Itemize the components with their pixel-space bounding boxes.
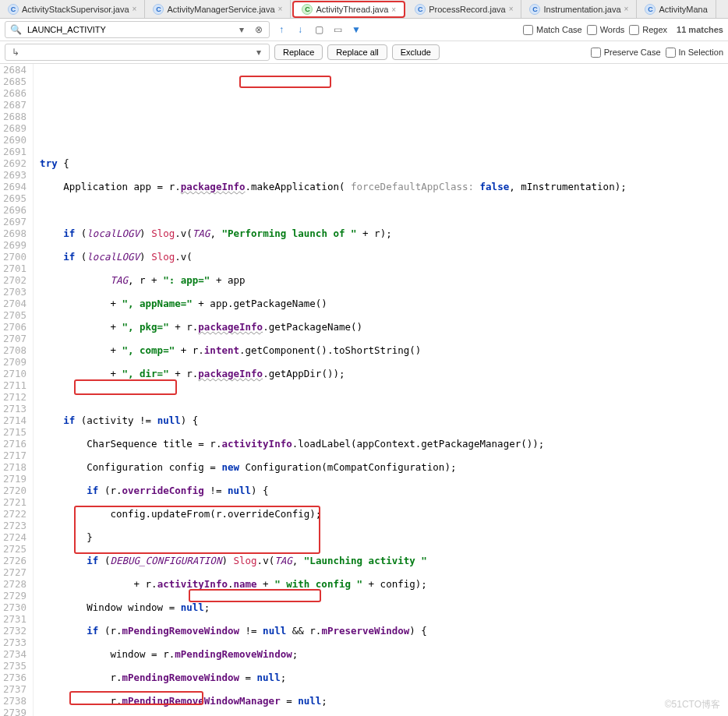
replace-input[interactable] bbox=[26, 47, 249, 58]
class-icon: C bbox=[302, 4, 313, 15]
replace-all-button[interactable]: Replace all bbox=[327, 44, 387, 60]
search-bar: 🔍 ▾ ⊗ ↑ ↓ ▢ ▭ ▼ Match Case Words Regex 1… bbox=[0, 19, 728, 41]
tab-label: ActivityMana bbox=[659, 5, 707, 14]
regex-checkbox[interactable]: Regex bbox=[629, 25, 667, 35]
preserve-case-checkbox[interactable]: Preserve Case bbox=[591, 48, 661, 58]
close-icon[interactable]: × bbox=[624, 5, 629, 13]
line-number-gutter: 2684 2685 2686 2687 2688 2689 2690 2691 … bbox=[0, 64, 34, 716]
tab-activitymanagerservice[interactable]: C ActivityManagerService.java × bbox=[145, 0, 291, 18]
filter-icon[interactable]: ▼ bbox=[349, 23, 363, 37]
class-icon: C bbox=[415, 4, 426, 15]
prev-occurrence-icon[interactable]: ↑ bbox=[274, 23, 288, 37]
replace-button[interactable]: Replace bbox=[274, 44, 323, 60]
replace-bar: ↳ ▾ Replace Replace all Exclude Preserve… bbox=[0, 41, 728, 64]
watermark: ©51CTO博客 bbox=[665, 698, 720, 711]
tab-label: ProcessRecord.java bbox=[429, 5, 505, 14]
close-icon[interactable]: × bbox=[509, 5, 514, 13]
dropdown-history-icon[interactable]: ▾ bbox=[252, 45, 266, 59]
in-selection-checkbox[interactable]: In Selection bbox=[666, 48, 723, 58]
class-icon: C bbox=[529, 4, 540, 15]
dropdown-history-icon[interactable]: ▾ bbox=[235, 23, 249, 37]
replace-input-wrapper[interactable]: ↳ ▾ bbox=[5, 44, 270, 61]
match-case-checkbox[interactable]: Match Case bbox=[523, 25, 582, 35]
tab-label: ActivityThread.java bbox=[316, 5, 388, 14]
highlight-callactivityoncreate bbox=[189, 589, 321, 602]
tab-activitythread[interactable]: C ActivityThread.java × bbox=[292, 1, 405, 18]
code-area[interactable]: try { Application app = r.packageInfo.ma… bbox=[34, 64, 627, 716]
close-icon[interactable]: × bbox=[133, 5, 137, 13]
preserve-case-label: Preserve Case bbox=[604, 48, 661, 57]
class-icon: C bbox=[8, 4, 19, 15]
tab-label: ActivityStackSupervisor.java bbox=[22, 5, 129, 14]
words-label: Words bbox=[600, 25, 625, 34]
code-editor[interactable]: 2684 2685 2686 2687 2688 2689 2690 2691 … bbox=[0, 64, 728, 716]
search-icon: 🔍 bbox=[9, 23, 23, 37]
match-count: 11 matches bbox=[677, 25, 723, 34]
highlight-makeapplication bbox=[239, 76, 331, 88]
in-selection-label: In Selection bbox=[679, 48, 723, 57]
tab-label: Instrumentation.java bbox=[543, 5, 620, 14]
words-checkbox[interactable]: Words bbox=[587, 25, 625, 35]
tab-instrumentation[interactable]: C Instrumentation.java × bbox=[521, 0, 637, 18]
editor-tabs: C ActivityStackSupervisor.java × C Activ… bbox=[0, 0, 728, 19]
tab-activitymana[interactable]: C ActivityMana bbox=[637, 0, 716, 18]
search-input[interactable] bbox=[26, 24, 231, 35]
class-icon: C bbox=[645, 4, 656, 15]
clear-search-icon[interactable]: ⊗ bbox=[252, 23, 266, 37]
replace-icon: ↳ bbox=[9, 45, 23, 59]
tab-label: ActivityManagerService.java bbox=[167, 5, 274, 14]
match-case-label: Match Case bbox=[536, 25, 582, 34]
regex-label: Regex bbox=[642, 25, 667, 34]
search-input-wrapper[interactable]: 🔍 ▾ ⊗ bbox=[5, 21, 270, 38]
add-selection-icon[interactable]: ▭ bbox=[330, 23, 345, 37]
select-all-occurrences-icon[interactable]: ▢ bbox=[312, 23, 326, 37]
next-occurrence-icon[interactable]: ↓ bbox=[293, 23, 307, 37]
exclude-button[interactable]: Exclude bbox=[392, 44, 440, 60]
class-icon: C bbox=[153, 4, 164, 15]
tab-processrecord[interactable]: C ProcessRecord.java × bbox=[407, 0, 521, 18]
close-icon[interactable]: × bbox=[391, 5, 396, 14]
close-icon[interactable]: × bbox=[278, 5, 283, 13]
tab-activitystacksupervisor[interactable]: C ActivityStackSupervisor.java × bbox=[0, 0, 145, 18]
